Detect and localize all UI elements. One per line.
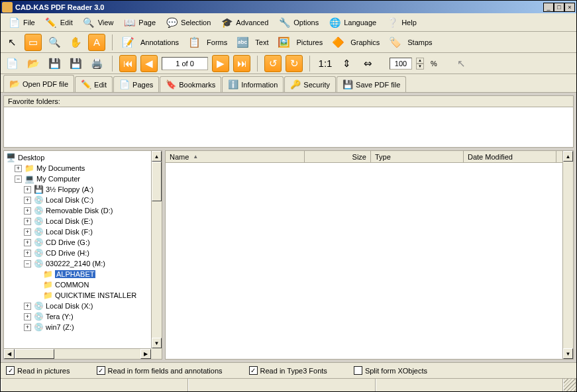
resize-grip[interactable]: [563, 379, 576, 391]
hand-tool[interactable]: ✋: [67, 34, 84, 51]
menu-file[interactable]: 📄File: [3, 15, 39, 30]
close-button[interactable]: ×: [564, 3, 575, 12]
page-indicator-input[interactable]: [162, 57, 208, 70]
rotate-left-button[interactable]: ↺: [264, 55, 282, 72]
fit-height-button[interactable]: ⇕: [338, 55, 355, 72]
prev-page-button[interactable]: ◀: [140, 55, 158, 72]
menu-selection[interactable]: 💬Selection: [161, 15, 215, 30]
tab-edit[interactable]: ✏️Edit: [75, 76, 113, 92]
scroll-up-button[interactable]: ▲: [152, 151, 162, 162]
rotate-right-button[interactable]: ↻: [286, 55, 303, 72]
tree-item[interactable]: +💿Tera (Y:): [5, 311, 160, 322]
fit-width-button[interactable]: ⇔: [359, 55, 376, 72]
tree-item[interactable]: 📁QUICKTIME INSTALLER: [5, 290, 160, 301]
tree-item[interactable]: +💿CD Drive (H:): [5, 248, 160, 258]
list-scroll-down-button[interactable]: ▼: [563, 348, 573, 359]
tree-toggle[interactable]: +: [24, 218, 31, 225]
scroll-left-button[interactable]: ◀: [4, 349, 15, 359]
tree-toggle[interactable]: +: [24, 207, 31, 215]
menu-advanced[interactable]: 🎓Advanced: [216, 15, 272, 30]
zoom-down-button[interactable]: ▼: [416, 64, 424, 70]
column-name[interactable]: Name▲: [166, 151, 305, 162]
tree-toggle[interactable]: +: [24, 324, 31, 331]
tree-item[interactable]: 📁COMMON: [5, 279, 160, 290]
select-rect-tool[interactable]: ▭: [25, 34, 42, 51]
maximize-button[interactable]: □: [554, 3, 564, 12]
hscroll-thumb[interactable]: [15, 349, 54, 359]
last-page-button[interactable]: ⏭: [233, 55, 250, 72]
pointer-tool[interactable]: ↖: [3, 34, 21, 51]
print-button[interactable]: 🖨️: [88, 55, 105, 72]
tree-item[interactable]: +💿win7 (Z:): [5, 322, 160, 332]
menu-options[interactable]: 🔧Options: [274, 15, 323, 30]
check-read-in-type3-fonts[interactable]: ✓Read in Type3 Fonts: [249, 366, 327, 375]
save-button[interactable]: 💾: [46, 55, 63, 72]
tree-item[interactable]: +📁My Documents: [5, 163, 160, 173]
tree-toggle[interactable]: +: [24, 313, 31, 320]
stamps-tool[interactable]: 🏷️: [386, 34, 403, 51]
favorite-folders-body[interactable]: [4, 107, 573, 147]
actual-size-button[interactable]: 1:1: [317, 55, 334, 72]
next-page-button[interactable]: ▶: [212, 55, 229, 72]
tree-toggle[interactable]: +: [24, 303, 31, 310]
menu-view[interactable]: 🔍View: [78, 15, 118, 30]
tree-toggle[interactable]: +: [24, 197, 31, 204]
check-read-in-form-fields-and-annotations[interactable]: ✓Read in form fields and annotations: [97, 366, 223, 375]
scroll-right-button[interactable]: ▶: [140, 349, 151, 359]
scroll-thumb[interactable]: [152, 162, 162, 201]
zoom-input[interactable]: [390, 58, 412, 70]
tree-toggle[interactable]: +: [24, 228, 31, 236]
tab-open-pdf-file[interactable]: 📂Open PDF file: [3, 75, 74, 92]
tree-vertical-scrollbar[interactable]: ▲ ▼: [151, 151, 162, 348]
tree-item[interactable]: −💿030222_2140 (M:): [5, 258, 160, 269]
text-tool[interactable]: 🔤: [234, 34, 251, 51]
checkbox-icon[interactable]: ✓: [249, 366, 258, 375]
minimize-button[interactable]: _: [543, 3, 554, 12]
tab-bookmarks[interactable]: 🔖Bookmarks: [160, 76, 221, 92]
tree-horizontal-scrollbar[interactable]: ◀ ▶: [4, 348, 151, 359]
open-file-button[interactable]: 📂: [25, 55, 42, 72]
menu-edit[interactable]: ✏️Edit: [40, 15, 77, 30]
zoom-up-button[interactable]: ▲: [416, 58, 424, 64]
scroll-down-button[interactable]: ▼: [152, 338, 162, 348]
checkbox-icon[interactable]: ✓: [6, 366, 15, 375]
file-list-body[interactable]: [166, 163, 573, 359]
tree-toggle[interactable]: +: [24, 250, 31, 257]
list-vertical-scrollbar[interactable]: ▲ ▼: [562, 151, 573, 359]
tree-toggle[interactable]: +: [15, 165, 22, 172]
first-page-button[interactable]: ⏮: [119, 55, 136, 72]
tree-item[interactable]: 📁ALPHABET: [5, 269, 160, 279]
cursor-tool[interactable]: ↖: [453, 55, 470, 72]
tab-pages[interactable]: 📄Pages: [113, 76, 159, 92]
tree-item[interactable]: +💾3½ Floppy (A:): [5, 184, 160, 195]
pictures-tool[interactable]: 🖼️: [275, 34, 292, 51]
tree-toggle[interactable]: −: [15, 175, 22, 183]
tree-item[interactable]: +💿Local Disk (C:): [5, 195, 160, 205]
tree-toggle[interactable]: −: [24, 260, 31, 268]
menu-language[interactable]: 🌐Language: [324, 15, 380, 30]
column-size[interactable]: Size: [305, 151, 371, 162]
tree-item[interactable]: −💻My Computer: [5, 173, 160, 184]
annotations-tool[interactable]: 📝: [119, 34, 136, 51]
list-scroll-up-button[interactable]: ▲: [563, 151, 573, 162]
save-as-button[interactable]: 💾: [67, 55, 84, 72]
check-split-form-xobjects[interactable]: Split form XObjects: [354, 366, 427, 375]
column-type[interactable]: Type: [371, 151, 464, 162]
tree-item[interactable]: +💿Local Disk (E:): [5, 216, 160, 226]
checkbox-icon[interactable]: ✓: [97, 366, 105, 375]
graphics-tool[interactable]: 🔶: [329, 34, 346, 51]
forms-tool[interactable]: 📋: [185, 34, 203, 51]
column-date-modified[interactable]: Date Modified: [464, 151, 556, 162]
checkbox-icon[interactable]: [354, 366, 362, 375]
tab-save-pdf-file[interactable]: 💾Save PDF file: [337, 76, 406, 92]
tree-item[interactable]: +💿Local Disk (F:): [5, 226, 160, 237]
tree-root[interactable]: 🖥️Desktop: [5, 152, 160, 163]
zoom-tool[interactable]: 🔍: [46, 34, 63, 51]
tree-item[interactable]: +💿Removable Disk (D:): [5, 205, 160, 216]
tree-toggle[interactable]: +: [24, 186, 31, 193]
menu-help[interactable]: ❔Help: [382, 15, 421, 30]
menu-page[interactable]: 📖Page: [119, 15, 160, 30]
tree-toggle[interactable]: +: [24, 239, 31, 246]
check-read-in-pictures[interactable]: ✓Read in pictures: [6, 366, 70, 375]
tab-information[interactable]: ℹ️Information: [222, 76, 284, 92]
